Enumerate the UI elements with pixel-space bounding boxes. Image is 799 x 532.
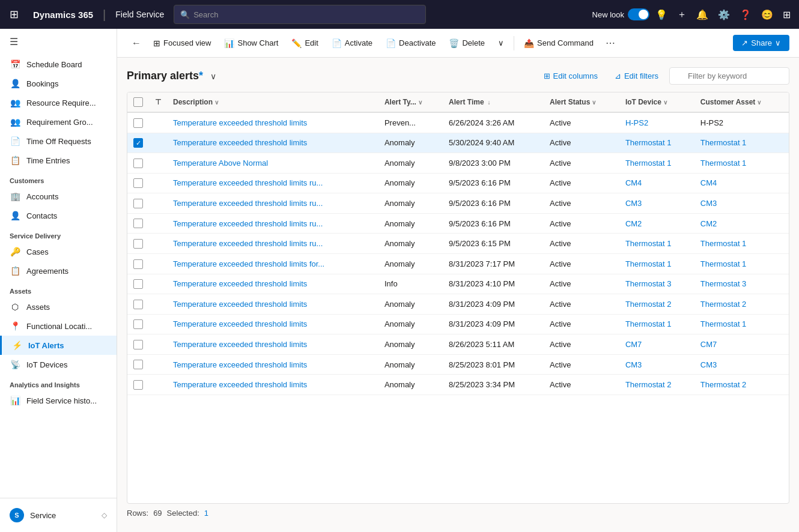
- iot-device-cell[interactable]: Thermostat 1: [619, 253, 694, 274]
- alert-time-col-header[interactable]: Alert Time ↓: [443, 92, 544, 112]
- iot-device-cell[interactable]: Thermostat 3: [619, 274, 694, 294]
- description-cell[interactable]: Temperature exceeded threshold limits: [167, 354, 378, 375]
- sidebar-bottom-service[interactable]: S Service ◇: [0, 503, 117, 527]
- table-row[interactable]: Temperature exceeded threshold limitsInf…: [127, 274, 789, 294]
- deactivate-button[interactable]: 📄 Deactivate: [380, 35, 442, 52]
- description-cell[interactable]: Temperature exceeded threshold limits: [167, 294, 378, 315]
- settings-icon[interactable]: ⚙️: [714, 5, 734, 24]
- iot-device-cell[interactable]: CM4: [619, 173, 694, 193]
- more-options-button[interactable]: ⋯: [601, 34, 620, 52]
- sidebar-item-bookings[interactable]: 👤 Bookings: [0, 74, 117, 93]
- row-checkbox[interactable]: [133, 219, 143, 228]
- description-cell[interactable]: Temperature exceeded threshold limits ru…: [167, 173, 378, 193]
- hamburger-menu[interactable]: ☰: [0, 29, 117, 55]
- grid-title-dropdown[interactable]: ∨: [208, 69, 219, 83]
- iot-device-cell[interactable]: Thermostat 1: [619, 133, 694, 153]
- sidebar-item-cases[interactable]: 🔑 Cases: [0, 242, 117, 261]
- customer-asset-cell[interactable]: CM4: [694, 173, 789, 193]
- user-icon[interactable]: 😊: [758, 5, 777, 24]
- alert-type-col-header[interactable]: Alert Ty... ∨: [378, 92, 443, 112]
- customer-asset-cell[interactable]: CM3: [694, 354, 789, 375]
- table-row[interactable]: Temperature exceeded threshold limitsAno…: [127, 334, 789, 355]
- plus-icon[interactable]: ＋: [673, 5, 690, 25]
- row-checkbox[interactable]: [133, 300, 143, 309]
- table-row[interactable]: Temperature exceeded threshold limitsAno…: [127, 294, 789, 315]
- edit-filters-button[interactable]: ⊿ Edit filters: [609, 68, 664, 84]
- iot-device-cell[interactable]: CM3: [619, 193, 694, 214]
- description-cell[interactable]: Temperature exceeded threshold limits: [167, 314, 378, 334]
- iot-device-cell[interactable]: CM2: [619, 213, 694, 234]
- help-icon[interactable]: ❓: [736, 5, 755, 24]
- iot-device-cell[interactable]: Thermostat 1: [619, 314, 694, 334]
- customer-asset-cell[interactable]: CM7: [694, 334, 789, 355]
- row-checkbox[interactable]: [133, 259, 143, 269]
- edit-button[interactable]: ✏️ Edit: [285, 35, 324, 52]
- iot-device-cell[interactable]: Thermostat 1: [619, 234, 694, 254]
- iot-device-cell[interactable]: CM3: [619, 354, 694, 375]
- delete-button[interactable]: 🗑️ Delete: [443, 35, 491, 52]
- back-button[interactable]: ←: [127, 34, 146, 52]
- table-row[interactable]: Temperature exceeded threshold limitsAno…: [127, 354, 789, 375]
- iot-device-cell[interactable]: H-PS2: [619, 112, 694, 133]
- filter-input[interactable]: [669, 67, 789, 85]
- row-checkbox[interactable]: [133, 319, 143, 329]
- row-checkbox[interactable]: [133, 159, 143, 168]
- customer-asset-cell[interactable]: Thermostat 1: [694, 133, 789, 153]
- customer-asset-cell[interactable]: CM2: [694, 213, 789, 234]
- row-checkbox[interactable]: [133, 340, 143, 349]
- table-row[interactable]: Temperature exceeded threshold limitsAno…: [127, 375, 789, 395]
- description-cell[interactable]: Temperature Above Normal: [167, 153, 378, 174]
- sidebar-item-time-entries[interactable]: 📋 Time Entries: [0, 151, 117, 170]
- table-row[interactable]: Temperature exceeded threshold limits fo…: [127, 253, 789, 274]
- iot-device-cell[interactable]: Thermostat 2: [619, 375, 694, 395]
- customer-asset-cell[interactable]: CM3: [694, 193, 789, 214]
- description-cell[interactable]: Temperature exceeded threshold limits: [167, 375, 378, 395]
- iot-device-cell[interactable]: Thermostat 1: [619, 153, 694, 174]
- sidebar-item-time-off-requests[interactable]: 📄 Time Off Requests: [0, 131, 117, 151]
- row-checkbox[interactable]: [133, 178, 143, 188]
- show-chart-button[interactable]: 📊 Show Chart: [218, 35, 284, 52]
- description-cell[interactable]: Temperature exceeded threshold limits ru…: [167, 213, 378, 234]
- description-cell[interactable]: Temperature exceeded threshold limits: [167, 133, 378, 153]
- iot-device-cell[interactable]: CM7: [619, 334, 694, 355]
- customer-asset-col-header[interactable]: Customer Asset ∨: [694, 92, 789, 112]
- row-checkbox[interactable]: [133, 239, 143, 249]
- sidebar-item-iot-alerts[interactable]: ⚡ IoT Alerts: [0, 336, 117, 355]
- sidebar-item-resource-require[interactable]: 👥 Resource Require...: [0, 93, 117, 112]
- description-cell[interactable]: Temperature exceeded threshold limits fo…: [167, 253, 378, 274]
- table-row[interactable]: Temperature exceeded threshold limits ru…: [127, 213, 789, 234]
- edit-columns-button[interactable]: ⊞ Edit columns: [538, 68, 604, 84]
- customer-asset-cell[interactable]: Thermostat 1: [694, 314, 789, 334]
- sidebar-item-iot-devices[interactable]: 📡 IoT Devices: [0, 355, 117, 374]
- row-checkbox[interactable]: [133, 279, 143, 289]
- activate-button[interactable]: 📄 Activate: [326, 35, 378, 52]
- iot-device-cell[interactable]: Thermostat 2: [619, 294, 694, 315]
- row-checkbox[interactable]: [133, 360, 143, 369]
- row-checkbox[interactable]: [133, 118, 143, 128]
- select-all-col[interactable]: [127, 92, 149, 112]
- customer-asset-cell[interactable]: Thermostat 1: [694, 153, 789, 174]
- row-checkbox[interactable]: [133, 199, 143, 208]
- search-box[interactable]: 🔍: [174, 5, 426, 24]
- apps-icon[interactable]: ⊞: [779, 5, 794, 24]
- share-button[interactable]: ↗ Share ∨: [733, 35, 789, 51]
- description-cell[interactable]: Temperature exceeded threshold limits: [167, 112, 378, 133]
- description-cell[interactable]: Temperature exceeded threshold limits ru…: [167, 234, 378, 254]
- description-cell[interactable]: Temperature exceeded threshold limits ru…: [167, 193, 378, 214]
- chevron-dropdown-button[interactable]: ∨: [492, 35, 510, 51]
- sidebar-item-accounts[interactable]: 🏢 Accounts: [0, 187, 117, 206]
- sidebar-item-field-service-histo[interactable]: 📊 Field Service histo...: [0, 391, 117, 410]
- sidebar-item-functional-locati[interactable]: 📍 Functional Locati...: [0, 316, 117, 336]
- focused-view-button[interactable]: ⊞ Focused view: [147, 35, 217, 52]
- table-row[interactable]: Temperature exceeded threshold limits ru…: [127, 173, 789, 193]
- description-cell[interactable]: Temperature exceeded threshold limits: [167, 274, 378, 294]
- table-row[interactable]: Temperature exceeded threshold limitsAno…: [127, 314, 789, 334]
- table-row[interactable]: Temperature Above NormalAnomaly9/8/2023 …: [127, 153, 789, 174]
- customer-asset-cell[interactable]: Thermostat 1: [694, 253, 789, 274]
- table-row[interactable]: Temperature exceeded threshold limits ru…: [127, 234, 789, 254]
- customer-asset-cell[interactable]: Thermostat 2: [694, 375, 789, 395]
- search-input[interactable]: [193, 10, 419, 19]
- sidebar-item-schedule-board[interactable]: 📅 Schedule Board: [0, 55, 117, 74]
- alert-status-col-header[interactable]: Alert Status ∨: [544, 92, 619, 112]
- description-cell[interactable]: Temperature exceeded threshold limits: [167, 334, 378, 355]
